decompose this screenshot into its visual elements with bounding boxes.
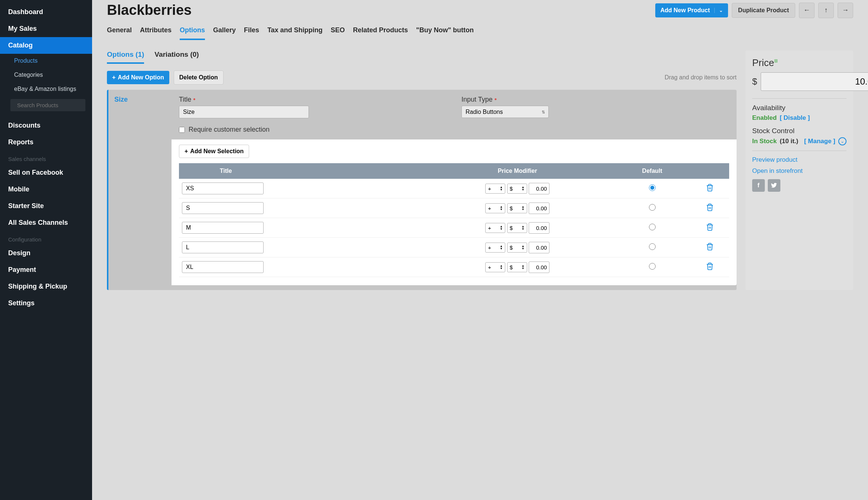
tab-tax-shipping[interactable]: Tax and Shipping <box>267 26 323 40</box>
nav-forward-button[interactable]: → <box>838 3 853 18</box>
add-new-option-button[interactable]: + Add New Option <box>107 71 169 84</box>
nav-up-button[interactable]: ↑ <box>818 3 834 18</box>
nav-catalog[interactable]: Catalog <box>0 37 92 54</box>
expand-stock-button[interactable]: ⌄ <box>838 137 846 145</box>
price-modifier-input[interactable] <box>529 183 549 194</box>
tab-options[interactable]: Options <box>180 26 205 40</box>
delete-selection-button[interactable] <box>706 246 714 252</box>
disable-link[interactable]: [ Disable ] <box>780 114 810 122</box>
input-type-select[interactable]: Radio Buttons <box>461 106 549 118</box>
tab-seo[interactable]: SEO <box>331 26 345 40</box>
price-modifier-input[interactable] <box>529 242 549 253</box>
tab-related-products[interactable]: Related Products <box>353 26 408 40</box>
selection-row: +▲▼ $▲▼ <box>179 218 729 238</box>
duplicate-product-button[interactable]: Duplicate Product <box>732 3 795 18</box>
sign-stepper[interactable]: +▲▼ <box>485 243 505 253</box>
header-actions: Add New Product ⌄ Duplicate Product ← ↑ … <box>655 3 853 18</box>
subtab-options[interactable]: Options (1) <box>107 50 144 64</box>
chevron-down-icon: ⌄ <box>841 139 844 144</box>
nav-back-button[interactable]: ← <box>799 3 815 18</box>
default-radio[interactable] <box>649 243 656 250</box>
manage-stock-link[interactable]: [ Manage ] <box>804 138 835 145</box>
default-radio[interactable] <box>649 184 656 191</box>
section-configuration: Configuration <box>0 231 92 245</box>
nav-settings[interactable]: Settings <box>0 295 92 312</box>
price-input[interactable] <box>761 72 868 91</box>
unit-stepper[interactable]: $▲▼ <box>507 203 527 213</box>
selection-title-input[interactable] <box>182 202 264 214</box>
option-side-list: Size <box>108 90 172 290</box>
twitter-icon[interactable] <box>768 179 780 192</box>
facebook-icon[interactable]: f <box>752 179 765 192</box>
sign-stepper[interactable]: +▲▼ <box>485 223 505 233</box>
search-box[interactable] <box>10 99 85 111</box>
nav-all-channels[interactable]: All Sales Channels <box>0 214 92 231</box>
nav-sell-facebook[interactable]: Sell on Facebook <box>0 164 92 181</box>
sign-stepper[interactable]: +▲▼ <box>485 262 505 272</box>
price-modifier-input[interactable] <box>529 222 549 234</box>
selections-area: + Add New Selection Title Price Modifier <box>172 139 737 285</box>
option-title-input[interactable] <box>179 106 309 118</box>
delete-selection-button[interactable] <box>706 187 714 193</box>
drag-hint: Drag and drop items to sort <box>665 74 737 81</box>
right-sidebar: Price⊞ $ ⌄ Availability Enabled [ Disabl… <box>745 50 853 290</box>
require-selection-label: Require customer selection <box>189 126 270 134</box>
selection-title-input[interactable] <box>182 241 264 253</box>
tab-buy-now[interactable]: "Buy Now" button <box>416 26 474 40</box>
sub-ebay-amazon[interactable]: eBay & Amazon listings <box>0 82 92 96</box>
open-storefront-link[interactable]: Open in storefront <box>752 167 846 175</box>
arrow-right-icon: → <box>842 6 849 14</box>
nav-payment[interactable]: Payment <box>0 261 92 278</box>
delete-selection-button[interactable] <box>706 265 714 272</box>
availability-heading: Availability <box>752 104 846 112</box>
nav-discounts[interactable]: Discounts <box>0 117 92 134</box>
price-modifier-input[interactable] <box>529 261 549 273</box>
nav-design[interactable]: Design <box>0 245 92 261</box>
tab-attributes[interactable]: Attributes <box>140 26 172 40</box>
unit-stepper[interactable]: $▲▼ <box>507 262 527 272</box>
plus-icon: + <box>112 74 115 81</box>
nav-starter-site[interactable]: Starter Site <box>0 198 92 214</box>
divider <box>752 98 846 99</box>
sub-products[interactable]: Products <box>0 54 92 68</box>
unit-stepper[interactable]: $▲▼ <box>507 223 527 233</box>
search-input[interactable] <box>17 102 88 108</box>
price-modifier-input[interactable] <box>529 203 549 214</box>
add-new-selection-button[interactable]: + Add New Selection <box>179 145 249 158</box>
default-radio[interactable] <box>649 263 656 270</box>
selection-title-input[interactable] <box>182 261 264 273</box>
delete-selection-button[interactable] <box>706 206 714 213</box>
sidebar: Dashboard My Sales Catalog Products Cate… <box>0 0 92 500</box>
preview-product-link[interactable]: Preview product <box>752 156 846 164</box>
default-radio[interactable] <box>649 224 656 230</box>
nav-my-sales[interactable]: My Sales <box>0 20 92 37</box>
selection-title-input[interactable] <box>182 182 264 194</box>
sub-categories[interactable]: Categories <box>0 68 92 82</box>
col-price-mod: Price Modifier <box>421 163 614 179</box>
tab-general[interactable]: General <box>107 26 132 40</box>
sign-stepper[interactable]: +▲▼ <box>485 203 505 213</box>
nav-mobile[interactable]: Mobile <box>0 181 92 198</box>
sign-stepper[interactable]: +▲▼ <box>485 184 505 194</box>
stock-count: (10 it.) <box>780 138 798 145</box>
selection-row: +▲▼ $▲▼ <box>179 257 729 277</box>
unit-stepper[interactable]: $▲▼ <box>507 243 527 253</box>
subtab-variations[interactable]: Variations (0) <box>154 50 199 64</box>
selection-title-input[interactable] <box>182 222 264 234</box>
add-new-option-label: Add New Option <box>118 74 164 81</box>
option-side-item-size[interactable]: Size <box>114 96 166 103</box>
nav-dashboard[interactable]: Dashboard <box>0 4 92 20</box>
unit-stepper[interactable]: $▲▼ <box>507 184 527 194</box>
default-radio[interactable] <box>649 204 656 211</box>
nav-shipping-pickup[interactable]: Shipping & Pickup <box>0 278 92 295</box>
add-new-product-button[interactable]: Add New Product ⌄ <box>655 3 728 17</box>
col-title: Title <box>179 163 421 179</box>
delete-option-button[interactable]: Delete Option <box>174 70 223 85</box>
delete-selection-button[interactable] <box>706 226 714 232</box>
tab-gallery[interactable]: Gallery <box>213 26 236 40</box>
tab-files[interactable]: Files <box>244 26 259 40</box>
option-panel: Size Title • Input Type • <box>107 90 737 290</box>
nav-reports[interactable]: Reports <box>0 134 92 151</box>
selection-row: +▲▼ $▲▼ <box>179 198 729 218</box>
require-selection-checkbox[interactable] <box>179 127 185 133</box>
